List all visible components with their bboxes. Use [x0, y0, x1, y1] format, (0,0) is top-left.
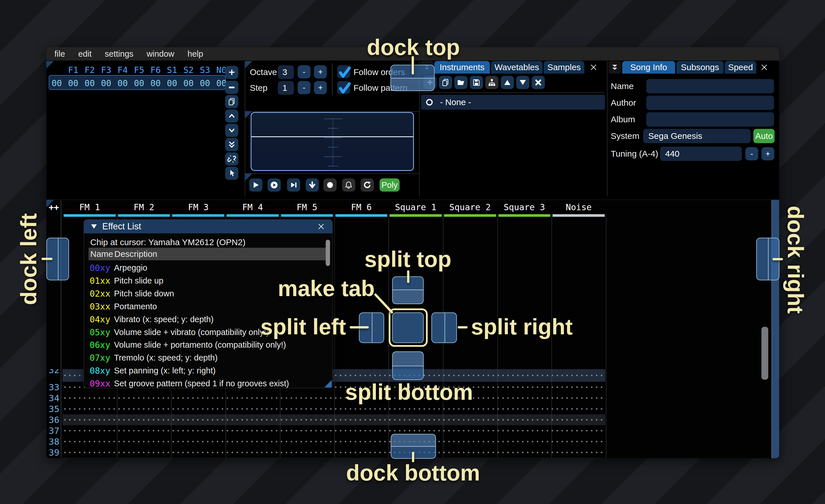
- channel-header-fm-1[interactable]: FM 1: [79, 202, 100, 212]
- order-value-cell[interactable]: 00: [200, 78, 210, 88]
- system-auto-button[interactable]: Auto: [753, 129, 774, 143]
- channel-header-fm-2[interactable]: FM 2: [134, 202, 154, 212]
- octave-minus-button[interactable]: -: [298, 65, 310, 78]
- pattern-scrollbar[interactable]: [761, 327, 768, 380]
- deep-clone-button[interactable]: [225, 152, 238, 166]
- tab-wavetables[interactable]: Wavetables: [491, 61, 542, 74]
- row-cells[interactable]: [63, 436, 605, 447]
- step-plus-button[interactable]: +: [314, 81, 327, 94]
- channel-header-square-1[interactable]: Square 1: [395, 202, 437, 212]
- row-cells[interactable]: [63, 414, 605, 425]
- tab-song-info[interactable]: Song Info: [622, 61, 675, 74]
- channel-header-square-2[interactable]: Square 2: [449, 202, 491, 212]
- effect-description-column[interactable]: Description: [114, 249, 157, 259]
- order-value-cell[interactable]: 00: [150, 78, 161, 88]
- order-value-cell[interactable]: 00: [134, 78, 144, 88]
- order-value-cell[interactable]: 00: [183, 78, 194, 88]
- duplicate-to-end-button[interactable]: [225, 138, 238, 151]
- channel-header-noise[interactable]: Noise: [566, 202, 592, 212]
- effect-table-header[interactable]: Name Description: [88, 248, 327, 260]
- tuning-plus-button[interactable]: +: [761, 147, 774, 160]
- song-info-close-button[interactable]: [759, 61, 770, 74]
- menu-item-edit[interactable]: edit: [78, 49, 92, 59]
- poly-toggle-button[interactable]: Poly: [380, 178, 400, 191]
- row-cells[interactable]: [63, 404, 605, 414]
- effect-row[interactable]: 07xyTremolo (x: speed; y: depth): [84, 351, 332, 364]
- row-cells[interactable]: [63, 425, 605, 436]
- metronome-button[interactable]: [342, 178, 355, 191]
- effect-row[interactable]: 09xxSet groove pattern (speed 1 if no gr…: [84, 377, 332, 388]
- menu-item-settings[interactable]: settings: [105, 49, 134, 59]
- octave-plus-button[interactable]: +: [314, 65, 327, 78]
- pattern-corner-expand[interactable]: ++: [49, 202, 59, 212]
- repeat-pattern-button[interactable]: [361, 178, 374, 191]
- effect-row[interactable]: 00xyArpeggio: [84, 261, 332, 274]
- split-target-bottom[interactable]: [392, 351, 424, 380]
- menu-item-window[interactable]: window: [147, 49, 174, 59]
- remove-order-button[interactable]: [225, 81, 238, 94]
- effect-list-window[interactable]: Effect List Chip at cursor: Yamaha YM261…: [84, 219, 332, 388]
- order-edit-mode-button[interactable]: [225, 167, 238, 180]
- move-instrument-up-button[interactable]: [501, 76, 514, 89]
- tuning-minus-button[interactable]: -: [745, 147, 758, 160]
- song-name-input[interactable]: [646, 79, 774, 93]
- order-value-cell[interactable]: 00: [84, 78, 95, 88]
- step-minus-button[interactable]: -: [298, 81, 310, 94]
- song-author-input[interactable]: [646, 96, 774, 110]
- order-value-cell[interactable]: 00: [118, 78, 128, 88]
- effect-list-scrollbar[interactable]: [326, 240, 330, 266]
- record-button[interactable]: [323, 178, 336, 191]
- pattern-row[interactable]: 36: [47, 414, 779, 425]
- move-order-down-button[interactable]: [225, 124, 238, 137]
- collapse-triangle-icon[interactable]: [90, 223, 98, 230]
- split-target-right[interactable]: [431, 313, 457, 343]
- menu-item-help[interactable]: help: [188, 49, 203, 59]
- duplicate-instrument-button[interactable]: [439, 76, 452, 89]
- save-instrument-button[interactable]: [470, 76, 483, 89]
- channel-header-fm-3[interactable]: FM 3: [188, 202, 209, 212]
- tab-samples[interactable]: Samples: [544, 61, 584, 74]
- menu-item-file[interactable]: file: [55, 49, 65, 59]
- row-cells[interactable]: [63, 447, 605, 458]
- channel-header-fm-6[interactable]: FM 6: [351, 202, 372, 212]
- open-instrument-button[interactable]: [454, 76, 467, 89]
- tab-instruments[interactable]: Instruments: [434, 61, 490, 74]
- channel-header-square-3[interactable]: Square 3: [504, 202, 545, 212]
- tab-subsongs[interactable]: Subsongs: [676, 61, 724, 74]
- delete-instrument-button[interactable]: [532, 76, 545, 89]
- song-info-collapse-button[interactable]: [608, 61, 621, 74]
- effect-name-column[interactable]: Name: [90, 249, 113, 259]
- step-down-button[interactable]: [306, 178, 319, 191]
- order-value-cell[interactable]: 00: [68, 78, 78, 88]
- effect-row[interactable]: 06xyVolume slide + portamento (compatibi…: [84, 338, 332, 351]
- instrument-folders-button[interactable]: [485, 76, 499, 89]
- channel-header-fm-4[interactable]: FM 4: [242, 202, 263, 212]
- move-instrument-down-button[interactable]: [516, 76, 529, 89]
- tab-speed[interactable]: Speed: [725, 61, 756, 74]
- channel-header-fm-5[interactable]: FM 5: [297, 202, 317, 212]
- effect-list-titlebar[interactable]: Effect List: [84, 220, 332, 233]
- instrument-list-item[interactable]: - None -: [421, 95, 605, 110]
- order-value-cell[interactable]: 00: [101, 78, 111, 88]
- move-order-up-button[interactable]: [225, 109, 238, 122]
- instruments-close-button[interactable]: [588, 61, 599, 74]
- play-button[interactable]: [249, 178, 262, 191]
- system-input[interactable]: Sega Genesis: [643, 129, 751, 143]
- duplicate-order-button[interactable]: [225, 95, 238, 108]
- follow-orders-checkbox[interactable]: [337, 65, 350, 78]
- order-row-index[interactable]: 00: [52, 78, 62, 88]
- play-from-start-button[interactable]: [268, 178, 281, 191]
- resize-grip[interactable]: [324, 380, 332, 388]
- octave-value[interactable]: 3: [278, 65, 294, 79]
- effect-row[interactable]: 08xySet panning (x: left; y: right): [84, 364, 332, 377]
- close-icon[interactable]: [317, 222, 325, 231]
- row-cells[interactable]: [63, 458, 605, 458]
- effect-row[interactable]: 03xxPortamento: [84, 300, 332, 313]
- follow-pattern-checkbox[interactable]: [337, 81, 350, 94]
- tuning-input[interactable]: 440: [660, 147, 742, 161]
- song-album-input[interactable]: [646, 112, 774, 127]
- step-value[interactable]: 1: [278, 81, 294, 95]
- play-one-row-button[interactable]: [287, 178, 300, 191]
- row-cells[interactable]: [63, 393, 605, 404]
- add-order-button[interactable]: +: [225, 66, 238, 79]
